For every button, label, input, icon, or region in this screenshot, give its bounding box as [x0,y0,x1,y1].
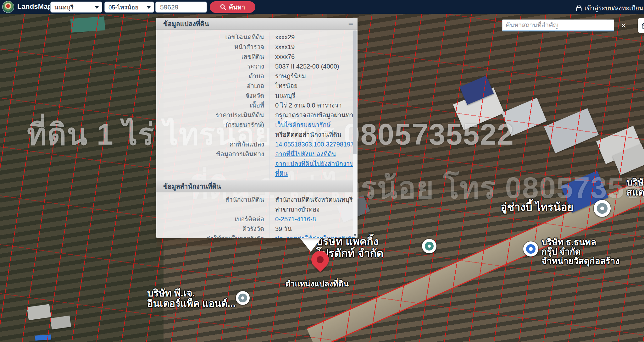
info-text: ไทรน้อย [275,82,297,89]
info-text: xxxx29 [275,34,295,41]
info-row: เลขโฉนดที่ดินxxxx29 [156,32,358,42]
info-row-value: xxxx29 [269,32,295,42]
parcel-section-header: ข้อมูลแปลงที่ดิน − [156,18,358,30]
info-row-label: เนื้อที่ [156,101,269,110]
info-row-value: 0-2571-4116-8 [269,214,316,224]
info-row-value: xxxx76 [269,52,295,62]
info-row-value: 39 วัน [269,224,292,234]
place-search-input[interactable]: ค้นหาสถานที่สำคัญ [502,19,614,31]
info-row-label: ค่าพิกัดแปลง [156,140,269,149]
info-link[interactable]: ประกาศค่าใช้จ่ายในการรังวัด จังหวัดนนทบุ… [275,235,355,238]
amphoe-select[interactable]: 05-ไทรน้อย [104,2,154,13]
popup-caret [299,237,322,252]
info-row-value: ประกาศค่าใช้จ่ายในการรังวัด จังหวัดนนทบุ… [269,234,358,238]
info-link[interactable]: จากแปลงที่ดินไปยังสำนักงานที่ดิน [275,160,354,177]
info-text: 5037 II 4252-00 (4000) [275,63,339,70]
poi-marker-core [428,245,431,248]
landsmaps-app: ที่ดิน 1 ไร่ ไทรน้อย โทร 0805735522 ที่ด… [0,0,644,342]
poi-marker-icon[interactable] [422,239,436,253]
close-search-button[interactable]: × [617,19,630,31]
chevron-down-icon [147,6,151,9]
panel-scrollbar[interactable] [353,30,357,237]
info-row-label: ข้อมูลการเดินทาง [156,149,269,179]
info-row-label: ระวาง [156,62,269,71]
search-icon [220,4,226,10]
poi-marker-core [241,296,244,300]
info-row: เนื้อที่0 ไร่ 2 งาน 0.0 ตารางวา [156,101,358,110]
info-text: หรือติดต่อสำนักงานที่ดิน [275,131,341,138]
poi-marker-icon[interactable] [523,241,538,256]
office-section-header: ข้อมูลสำนักงานที่ดิน [156,180,358,192]
search-button[interactable]: ค้นหา [210,1,255,13]
home-icon [641,21,644,30]
info-row-value: สำนักงานที่ดินจังหวัดนนทบุรี สาขาบางบัวท… [269,195,358,214]
info-row: เบอร์ติดต่อ0-2571-4116-8 [156,214,358,224]
info-text: ราษฎร์นิยม [275,73,306,80]
poi-label: บริษัท ธ.ธนพล กรุ๊ป จำกัด จำหน่ายวัสดุก่… [541,238,619,266]
info-row-value: 14.05518363,100.32798197 [269,140,354,149]
login-link[interactable]: เข้าสู่ระบบ/ลงทะเบียน [576,3,644,13]
info-row-label: ค่าใช้จ่ายในการรังวัด [156,234,269,238]
info-row-label: คิวรังวัด [156,224,269,234]
info-row: สำนักงานที่ดินสำนักงานที่ดินจังหวัดนนทบุ… [156,195,358,214]
scrollbar-thumb[interactable] [353,30,357,154]
info-text: 0 ไร่ 2 งาน 0.0 ตารางวา [275,102,342,109]
info-row-label: ราคาประเมินที่ดิน (กรมธนารักษ์) [156,110,269,140]
dol-emblem-icon [2,1,14,13]
info-row-value: ไทรน้อย [269,81,297,91]
poi-marker-icon[interactable] [236,291,250,305]
info-text: 39 วัน [275,225,292,232]
poi-marker-dot [526,244,536,254]
info-row-label: เลขโฉนดที่ดิน [156,32,269,42]
poi-marker-icon[interactable] [594,200,611,217]
office-section-title: ข้อมูลสำนักงานที่ดิน [163,181,221,191]
info-row-value: xxxx19 [269,42,295,52]
info-row: จังหวัดนนทบุรี [156,91,358,101]
login-label: เข้าสู่ระบบ/ลงทะเบียน [585,3,643,13]
amphoe-select-value: 05-ไทรน้อย [108,3,138,12]
info-row-label: เบอร์ติดต่อ [156,214,269,224]
minimize-button[interactable]: − [348,19,353,29]
parcel-info-panel: ข้อมูลแปลงที่ดิน − เลขโฉนดที่ดินxxxx29หน… [156,18,358,238]
info-row: คิวรังวัด39 วัน [156,224,358,234]
info-row-label: หน้าสำรวจ [156,42,269,52]
info-text: นนทบุรี [275,92,295,99]
info-link[interactable]: 0-2571-4116-8 [275,216,316,223]
parcel-rows: เลขโฉนดที่ดินxxxx29หน้าสำรวจxxxx19เลขที่… [156,30,358,180]
info-link[interactable]: เว็บไซต์กรมธนารักษ์ [275,121,331,128]
search-button-label: ค้นหา [229,2,245,12]
info-row: ราคาประเมินที่ดิน (กรมธนารักษ์)กรุณาตรวจ… [156,110,358,140]
poi-marker-dot [425,242,434,251]
info-row-value: นนทบุรี [269,91,295,101]
lock-icon [576,4,582,12]
info-row-label: ตำบล [156,71,269,81]
info-row: เลขที่ดินxxxx76 [156,52,358,62]
chevron-down-icon [95,6,99,9]
parcel-section-title: ข้อมูลแปลงที่ดิน [163,19,209,29]
info-row-label: จังหวัด [156,91,269,101]
info-row-value: 5037 II 4252-00 (4000) [269,62,339,71]
scrollbar-down-arrow-icon[interactable] [353,234,357,236]
poi-marker-core [600,207,604,211]
info-row: อำเภอไทรน้อย [156,81,358,91]
poi-marker-dot [597,203,607,213]
info-row-value: จากที่นี่ไปยังแปลงที่ดินจากแปลงที่ดินไปย… [269,149,358,179]
info-text: xxxx19 [275,43,295,50]
info-row: ระวาง5037 II 4252-00 (4000) [156,62,358,71]
info-link[interactable]: จากที่นี่ไปยังแปลงที่ดิน [275,151,336,157]
info-row: ข้อมูลการเดินทางจากที่นี่ไปยังแปลงที่ดิน… [156,149,358,179]
province-select[interactable]: นนทบุรี [50,2,102,13]
place-search-placeholder: ค้นหาสถานที่สำคัญ [506,20,558,30]
info-row: ตำบลราษฎร์นิยม [156,71,358,81]
office-rows: สำนักงานที่ดินสำนักงานที่ดินจังหวัดนนทบุ… [156,192,358,238]
home-button[interactable] [638,18,644,33]
info-text: กรุณาตรวจสอบข้อมูลผ่านทาง [275,112,356,119]
info-row: ค่าพิกัดแปลง14.05518363,100.32798197 [156,140,358,149]
info-link[interactable]: 14.05518363,100.32798197 [275,141,354,148]
parcel-number-input[interactable]: 59629 [155,2,207,13]
info-row-label: สำนักงานที่ดิน [156,195,269,214]
info-row: ค่าใช้จ่ายในการรังวัดประกาศค่าใช้จ่ายในก… [156,234,358,238]
poi-marker-dot [238,294,247,302]
info-row-value: 0 ไร่ 2 งาน 0.0 ตารางวา [269,101,342,110]
province-select-value: นนทบุรี [54,3,74,12]
